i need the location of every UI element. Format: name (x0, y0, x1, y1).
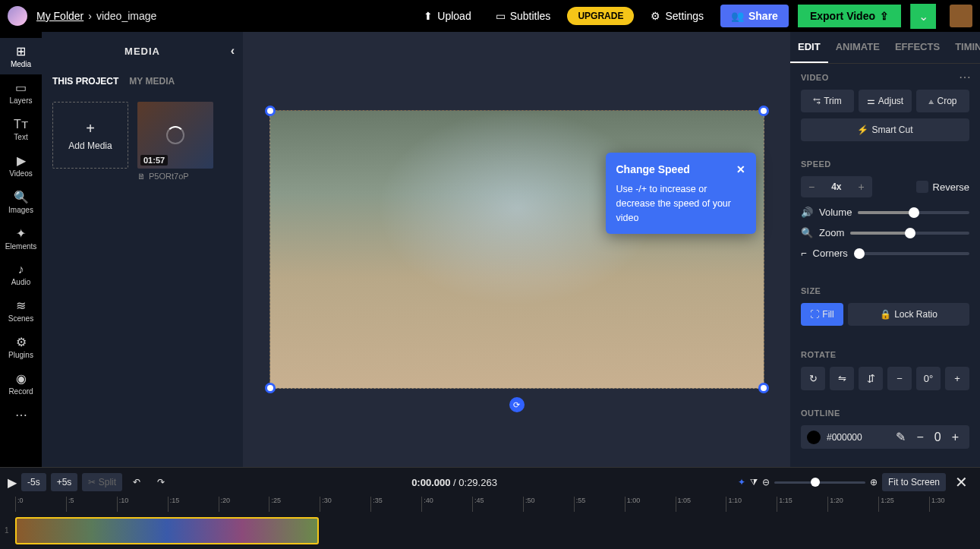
back-5s-button[interactable]: -5s (21, 473, 46, 491)
resize-handle-tl[interactable] (265, 106, 276, 116)
rotate-cw-button[interactable]: ↻ (801, 367, 825, 390)
nav-elements[interactable]: ✦Elements (0, 220, 42, 257)
redo-button[interactable]: ↷ (151, 473, 171, 491)
nav-images[interactable]: 🔍Images (0, 184, 42, 220)
resize-handle-br[interactable] (758, 383, 769, 393)
crop-button[interactable]: ⟁Crop (916, 90, 969, 112)
ruler-tick: :30 (320, 497, 370, 512)
share-button[interactable]: 👥Share (720, 5, 789, 27)
fit-to-screen-button[interactable]: Fit to Screen (882, 473, 946, 491)
magnet-icon[interactable]: ⧩ (750, 477, 758, 487)
outline-width-increase[interactable]: + (947, 431, 963, 444)
smartcut-button[interactable]: ⚡Smart Cut (801, 118, 969, 141)
subtitles-button[interactable]: ▭Subtitles (488, 5, 559, 27)
fwd-5s-button[interactable]: +5s (51, 473, 78, 491)
nav-media[interactable]: ⊞Media (0, 38, 42, 74)
canvas-area[interactable]: ⟳ Change Speed ✕ Use -/+ to increase or … (243, 32, 790, 467)
collapse-panel-icon[interactable]: ‹ (231, 44, 235, 58)
timeline-zoom-slider[interactable] (774, 481, 865, 484)
track-row-number: 1 (5, 526, 9, 535)
workspace-avatar[interactable] (8, 6, 27, 26)
ruler-tick: 1:00 (625, 497, 676, 512)
loading-spinner-icon (166, 126, 184, 144)
outline-width-decrease[interactable]: − (912, 431, 928, 444)
fill-icon: ⛶ (810, 309, 819, 320)
trim-button[interactable]: ⥃Trim (801, 90, 854, 112)
nav-more[interactable]: ⋯ (0, 402, 42, 428)
breadcrumb-folder[interactable]: My Folder (36, 10, 84, 22)
nav-audio[interactable]: ♪Audio (0, 257, 42, 292)
more-icon: ⋯ (15, 408, 27, 422)
share-icon: 👥 (731, 10, 744, 22)
media-thumbnail[interactable]: 01:57 🗎P5ORt7oP (137, 102, 213, 181)
tab-effects[interactable]: EFFECTS (887, 32, 947, 63)
timeline-close-icon[interactable]: ✕ (950, 473, 972, 491)
timeline-track[interactable]: 1 (0, 512, 980, 549)
media-more-icon[interactable]: ⋯ (959, 70, 971, 84)
zoom-icon: 🔍 (801, 227, 813, 238)
section-outline-label: OUTLINE (801, 409, 969, 418)
tab-edit[interactable]: EDIT (790, 32, 828, 63)
snap-icon[interactable]: ✦ (738, 477, 745, 487)
record-icon: ◉ (16, 371, 27, 386)
outline-width-value: 0 (934, 431, 941, 444)
nav-layers[interactable]: ▭Layers (0, 74, 42, 111)
corners-slider[interactable] (854, 252, 969, 255)
speed-increase[interactable]: + (851, 176, 872, 197)
eyedropper-icon[interactable]: ✎ (896, 430, 906, 444)
chevron-down-icon: ⌄ (919, 10, 928, 23)
reverse-checkbox[interactable] (916, 181, 928, 193)
angle-decrease[interactable]: − (887, 367, 912, 390)
add-media-button[interactable]: + Add Media (52, 102, 128, 169)
tooltip-close-icon[interactable]: ✕ (736, 162, 745, 178)
flip-h-button[interactable]: ⇋ (830, 367, 854, 390)
outline-color-swatch[interactable] (807, 431, 821, 444)
video-clip-frame[interactable]: ⟳ Change Speed ✕ Use -/+ to increase or … (269, 110, 764, 389)
zoom-in-icon[interactable]: ⊕ (870, 477, 878, 487)
fill-button[interactable]: ⛶Fill (801, 303, 843, 326)
tab-timing[interactable]: TIMING (947, 32, 980, 63)
nav-plugins[interactable]: ⚙Plugins (0, 329, 42, 365)
breadcrumb: My Folder › video_image (36, 10, 156, 22)
layers-icon: ▭ (15, 80, 27, 95)
export-button[interactable]: Export Video⇪ (798, 5, 901, 27)
bolt-icon: ⚡ (857, 125, 868, 135)
angle-increase[interactable]: + (945, 367, 969, 390)
ruler-tick: :35 (370, 497, 421, 512)
ruler-tick: 1:10 (726, 497, 777, 512)
tab-this-project[interactable]: THIS PROJECT (52, 76, 118, 87)
user-avatar[interactable] (950, 5, 972, 27)
upload-button[interactable]: ⬆Upload (416, 5, 478, 27)
section-video-label: VIDEO (801, 73, 969, 82)
speed-decrease[interactable]: − (801, 176, 822, 197)
timeline-ruler[interactable]: :0:5:10:15:20:25:30:35:40:45:50:551:001:… (0, 497, 980, 512)
nav-scenes[interactable]: ≋Scenes (0, 292, 42, 329)
tab-animate[interactable]: ANIMATE (828, 32, 887, 63)
thumbnail-name: P5ORt7oP (149, 172, 189, 181)
timeline-clip[interactable] (15, 517, 319, 544)
undo-button[interactable]: ↶ (127, 473, 147, 491)
plugins-icon: ⚙ (16, 335, 27, 349)
volume-slider[interactable] (858, 211, 969, 214)
split-button[interactable]: ✂ Split (82, 473, 122, 491)
settings-button[interactable]: ⚙Settings (643, 5, 711, 27)
rotate-handle[interactable]: ⟳ (509, 397, 525, 412)
tab-my-media[interactable]: MY MEDIA (129, 76, 175, 87)
adjust-button[interactable]: ⚌Adjust (859, 90, 912, 112)
play-button[interactable]: ▶ (8, 475, 17, 490)
lock-ratio-button[interactable]: 🔒Lock Ratio (848, 303, 969, 326)
upgrade-button[interactable]: UPGRADE (567, 7, 634, 25)
export-dropdown[interactable]: ⌄ (910, 4, 936, 29)
nav-record[interactable]: ◉Record (0, 365, 42, 402)
nav-text[interactable]: TᴛText (0, 111, 42, 147)
ruler-tick: 1:25 (878, 497, 929, 512)
ruler-tick: 1:20 (827, 497, 878, 512)
nav-videos[interactable]: ▶Videos (0, 147, 42, 184)
zoom-slider[interactable] (850, 232, 969, 235)
zoom-out-icon[interactable]: ⊖ (762, 477, 770, 487)
outline-color-value: #000000 (827, 432, 890, 443)
vertical-nav: ⊞Media ▭Layers TᴛText ▶Videos 🔍Images ✦E… (0, 32, 42, 467)
resize-handle-bl[interactable] (265, 383, 276, 393)
resize-handle-tr[interactable] (758, 106, 769, 116)
flip-v-button[interactable]: ⇵ (859, 367, 883, 390)
